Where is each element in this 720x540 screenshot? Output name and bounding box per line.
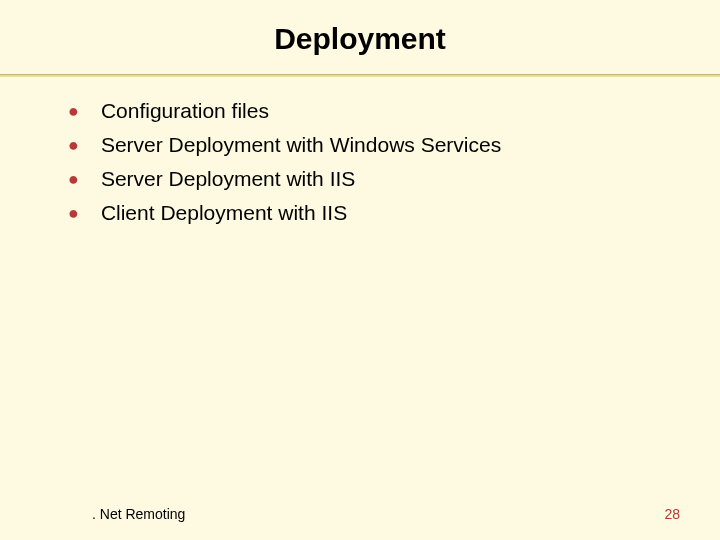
list-item: ● Server Deployment with IIS	[68, 165, 670, 193]
bullet-text: Server Deployment with Windows Services	[101, 131, 501, 159]
list-item: ● Server Deployment with Windows Service…	[68, 131, 670, 159]
bullet-icon: ●	[68, 131, 79, 159]
bullet-icon: ●	[68, 199, 79, 227]
bullet-icon: ●	[68, 165, 79, 193]
bullet-text: Configuration files	[101, 97, 269, 125]
list-item: ● Client Deployment with IIS	[68, 199, 670, 227]
footer-label: . Net Remoting	[92, 506, 185, 522]
bullet-list: ● Configuration files ● Server Deploymen…	[68, 97, 670, 227]
bullet-text: Client Deployment with IIS	[101, 199, 347, 227]
slide: Deployment ● Configuration files ● Serve…	[0, 0, 720, 540]
list-item: ● Configuration files	[68, 97, 670, 125]
slide-title: Deployment	[0, 0, 720, 74]
content-area: ● Configuration files ● Server Deploymen…	[0, 77, 720, 227]
bullet-text: Server Deployment with IIS	[101, 165, 355, 193]
page-number: 28	[664, 506, 680, 522]
bullet-icon: ●	[68, 97, 79, 125]
footer: . Net Remoting 28	[0, 506, 720, 522]
